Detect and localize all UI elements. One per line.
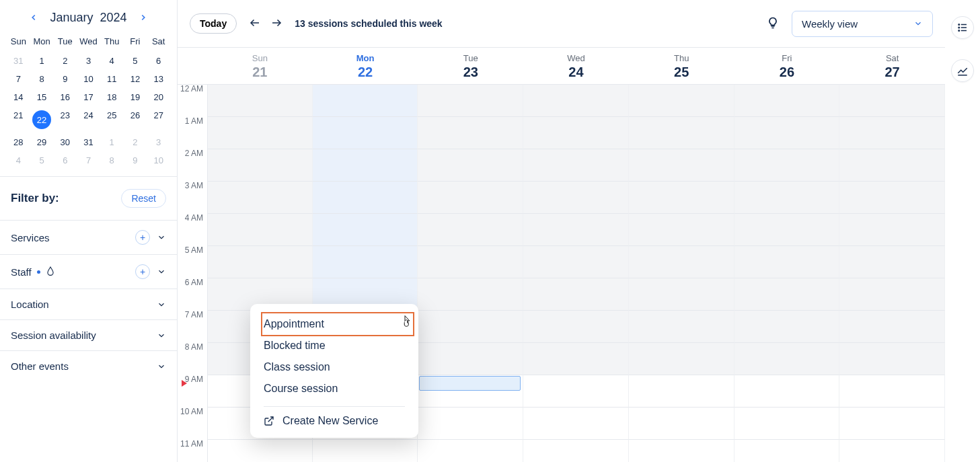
- mini-cal-day[interactable]: 31: [7, 52, 30, 70]
- time-slot[interactable]: [734, 375, 840, 408]
- time-slot[interactable]: [629, 85, 734, 117]
- time-slot[interactable]: [523, 117, 629, 149]
- time-slot[interactable]: [839, 246, 945, 278]
- mini-cal-day[interactable]: 28: [7, 133, 30, 151]
- time-slot[interactable]: [629, 246, 734, 278]
- time-slot[interactable]: [629, 343, 734, 375]
- mini-cal-day[interactable]: 2: [53, 52, 77, 70]
- time-slot[interactable]: [523, 343, 629, 375]
- mini-cal-day[interactable]: 29: [30, 133, 54, 151]
- insights-icon[interactable]: [766, 16, 780, 32]
- time-slot[interactable]: [734, 440, 840, 462]
- day-header[interactable]: Thu25: [629, 48, 734, 84]
- time-slot[interactable]: [207, 246, 313, 278]
- mini-cal-day[interactable]: 25: [100, 106, 124, 133]
- time-slot[interactable]: [313, 149, 418, 182]
- filter-services[interactable]: Services +: [0, 220, 177, 254]
- mini-cal-day[interactable]: 31: [77, 133, 100, 151]
- time-slot[interactable]: [523, 246, 629, 278]
- today-button[interactable]: Today: [190, 13, 237, 34]
- time-slot[interactable]: [418, 214, 523, 246]
- mini-cal-day[interactable]: 23: [53, 106, 77, 133]
- menu-blocked-time[interactable]: Blocked time: [264, 335, 405, 356]
- mini-cal-day[interactable]: 5: [30, 151, 54, 169]
- time-slot[interactable]: [523, 440, 629, 462]
- day-header[interactable]: Wed24: [523, 48, 629, 84]
- time-slot[interactable]: [839, 343, 945, 375]
- mini-cal-day[interactable]: 3: [77, 52, 100, 70]
- time-slot[interactable]: [418, 182, 523, 214]
- mini-cal-day[interactable]: 27: [147, 106, 170, 133]
- filter-location[interactable]: Location: [0, 288, 177, 319]
- time-slot[interactable]: [629, 311, 734, 343]
- time-slot[interactable]: [839, 408, 945, 440]
- mini-cal-day[interactable]: 1: [100, 133, 124, 151]
- filter-reset-button[interactable]: Reset: [121, 189, 166, 208]
- time-slot[interactable]: [418, 278, 523, 311]
- mini-cal-day[interactable]: 2: [124, 133, 147, 151]
- time-slot[interactable]: [523, 408, 629, 440]
- time-slot[interactable]: [839, 214, 945, 246]
- time-slot[interactable]: [313, 246, 418, 278]
- time-slot[interactable]: [523, 85, 629, 117]
- mini-cal-day[interactable]: 7: [7, 70, 30, 88]
- time-slot[interactable]: [207, 117, 313, 149]
- mini-cal-day[interactable]: 30: [53, 133, 77, 151]
- time-slot[interactable]: [629, 214, 734, 246]
- day-header[interactable]: Fri26: [734, 48, 840, 84]
- mini-cal-day[interactable]: 9: [53, 70, 77, 88]
- view-select[interactable]: Weekly view: [792, 11, 933, 37]
- mini-cal-day[interactable]: 8: [30, 70, 54, 88]
- time-slot[interactable]: [418, 149, 523, 182]
- time-slot[interactable]: [207, 214, 313, 246]
- time-slot[interactable]: [523, 278, 629, 311]
- time-slot[interactable]: [313, 85, 418, 117]
- mini-cal-day[interactable]: 19: [124, 88, 147, 106]
- mini-cal-day[interactable]: 1: [30, 52, 54, 70]
- time-slot[interactable]: [629, 408, 734, 440]
- mini-cal-day[interactable]: 11: [100, 70, 124, 88]
- time-slot[interactable]: [207, 182, 313, 214]
- time-slot[interactable]: [839, 182, 945, 214]
- time-slot[interactable]: [734, 182, 840, 214]
- time-slot[interactable]: [839, 149, 945, 182]
- time-slot[interactable]: [207, 85, 313, 117]
- add-service-icon[interactable]: +: [135, 230, 150, 245]
- time-slot[interactable]: [839, 85, 945, 117]
- time-slot[interactable]: [629, 375, 734, 408]
- time-slot[interactable]: [734, 117, 840, 149]
- analytics-icon[interactable]: [951, 59, 974, 82]
- week-next-arrow[interactable]: [270, 17, 282, 31]
- time-slot[interactable]: [418, 85, 523, 117]
- day-header[interactable]: Sun21: [207, 48, 313, 84]
- week-prev-arrow[interactable]: [249, 17, 261, 31]
- add-staff-icon[interactable]: +: [135, 264, 150, 279]
- mini-cal-day[interactable]: 20: [147, 88, 170, 106]
- mini-cal-day[interactable]: 14: [7, 88, 30, 106]
- mini-cal-day[interactable]: 7: [77, 151, 100, 169]
- time-slot[interactable]: [313, 117, 418, 149]
- mini-cal-day[interactable]: 12: [124, 70, 147, 88]
- mini-cal-day[interactable]: 21: [7, 106, 30, 133]
- time-slot[interactable]: [523, 375, 629, 408]
- time-slot[interactable]: [523, 149, 629, 182]
- time-slot[interactable]: [418, 343, 523, 375]
- menu-course-session[interactable]: Course session: [264, 378, 405, 399]
- time-slot[interactable]: [629, 278, 734, 311]
- time-slot[interactable]: [207, 440, 313, 462]
- time-slot[interactable]: [313, 214, 418, 246]
- menu-class-session[interactable]: Class session: [264, 356, 405, 378]
- time-slot[interactable]: [523, 311, 629, 343]
- list-view-icon[interactable]: [951, 16, 974, 39]
- mini-cal-day[interactable]: 15: [30, 88, 54, 106]
- time-slot[interactable]: [629, 182, 734, 214]
- time-slot[interactable]: [734, 278, 840, 311]
- time-slot[interactable]: [418, 246, 523, 278]
- time-slot[interactable]: [313, 182, 418, 214]
- time-slot[interactable]: [418, 440, 523, 462]
- mini-cal-day[interactable]: 6: [147, 52, 170, 70]
- mini-cal-day[interactable]: 6: [53, 151, 77, 169]
- time-slot[interactable]: [629, 440, 734, 462]
- time-slot[interactable]: [629, 149, 734, 182]
- time-slot[interactable]: [207, 149, 313, 182]
